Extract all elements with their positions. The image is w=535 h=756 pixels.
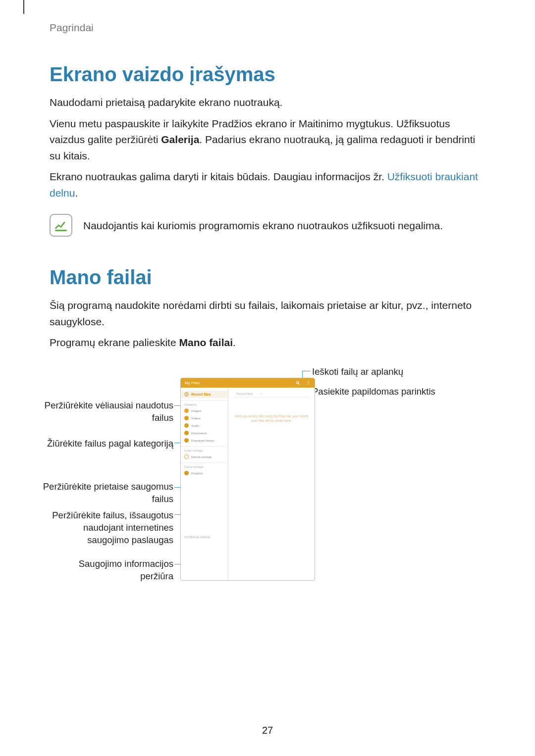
screen-capture-howto: Vienu metu paspauskite ir laikykite Prad… (50, 116, 485, 164)
note-icon (50, 214, 72, 237)
heading-screen-capture: Ekrano vaizdo įrašymas (50, 63, 485, 86)
sidebar-cat-downloads[interactable]: Download history (181, 437, 228, 444)
svg-line-1 (299, 384, 300, 385)
files-main-pane: Recent files + Here you access files usi… (228, 388, 315, 580)
svg-point-3 (308, 383, 309, 384)
sidebar-recent-files[interactable]: Recent files (181, 391, 228, 398)
svg-point-0 (297, 381, 299, 384)
app-titlebar: My Files (181, 378, 315, 388)
tablet-screenshot: My Files Recent files (180, 378, 315, 581)
main-tab-recent[interactable]: Recent files (232, 391, 257, 397)
app-title: My Files (185, 381, 200, 385)
main-tab-add[interactable]: + (257, 391, 267, 397)
callout-cloud: Peržiūrėkite failus, išsaugotus naudojan… (35, 509, 173, 547)
my-files-open: Programų ekrane palieskite Mano failai. (50, 335, 485, 351)
sidebar-device-storage[interactable]: Device storage (181, 453, 228, 460)
sidebar-cat-videos[interactable]: Videos (181, 414, 228, 422)
left-margin-rule (23, 0, 24, 14)
svg-point-4 (308, 384, 309, 385)
search-icon[interactable] (296, 381, 300, 385)
sidebar-cat-images[interactable]: Images (181, 407, 228, 414)
images-icon (184, 408, 189, 413)
more-icon[interactable] (306, 381, 311, 385)
callout-storage: Saugojimo informacijos peržiūra (35, 558, 173, 583)
sidebar-label-category: Category (181, 400, 228, 407)
empty-state-text: Here you access files using the Files ba… (232, 414, 311, 423)
sidebar-cloud-dropbox[interactable]: Dropbox (181, 469, 228, 477)
note-text: Naudojantis kai kuriomis programomis ekr… (83, 218, 443, 234)
callout-category: Žiūrėkite failus pagal kategoriją (35, 438, 173, 450)
screen-capture-intro: Naudodami prietaisą padarykite ekrano nu… (50, 95, 485, 111)
clock-icon (184, 392, 189, 397)
sidebar-cat-docs[interactable]: Documents (181, 429, 228, 437)
documents-icon (184, 431, 189, 435)
files-sidebar: Recent files Category Images Videos Audi… (181, 388, 228, 580)
running-header: Pagrindai (50, 22, 485, 34)
audio-icon (184, 423, 189, 428)
sidebar-cat-audio[interactable]: Audio (181, 422, 228, 429)
svg-point-2 (308, 381, 309, 382)
heading-my-files: Mano failai (50, 266, 485, 289)
my-files-intro: Šią programą naudokite norėdami dirbti s… (50, 298, 485, 330)
callout-local: Peržiūrėkite prietaise saugomus failus (35, 481, 173, 505)
callout-more: Pasiekite papildomas parinktis (312, 386, 435, 398)
videos-icon (184, 416, 189, 420)
dropbox-icon (184, 471, 189, 475)
my-files-figure: Ieškoti failų ar aplankų Pasiekite papil… (50, 366, 485, 604)
download-icon (184, 438, 189, 443)
callout-recent: Peržiūrėkite vėliausiai naudotus failus (35, 400, 173, 424)
page-number: 27 (0, 725, 535, 736)
sidebar-storage-usage[interactable]: STORAGE USAGE (181, 533, 228, 540)
callout-search: Ieškoti failų ar aplankų (312, 366, 403, 378)
sidebar-label-local: Local storage (181, 446, 228, 453)
sidebar-label-cloud: Cloud storage (181, 462, 228, 469)
screen-capture-more: Ekrano nuotraukas galima daryti ir kitai… (50, 169, 485, 201)
device-storage-icon (184, 454, 189, 459)
